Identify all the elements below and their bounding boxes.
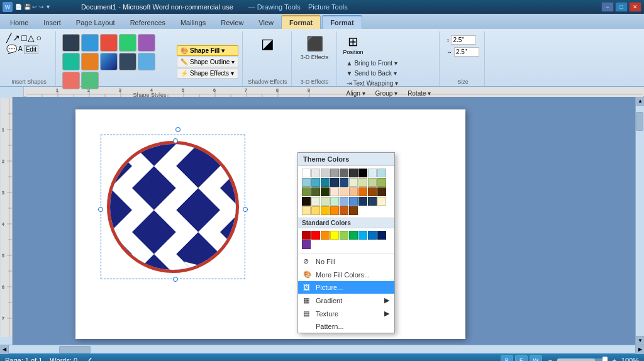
theme-color-cell-3[interactable] bbox=[330, 169, 339, 177]
handle-top[interactable] bbox=[173, 138, 178, 143]
theme-color-cell-28[interactable] bbox=[311, 197, 320, 206]
std-color-cell-1[interactable] bbox=[311, 231, 320, 240]
style-swatch-10[interactable] bbox=[138, 53, 155, 70]
theme-color-cell-1[interactable] bbox=[311, 169, 320, 177]
std-color-cell-0[interactable] bbox=[302, 231, 311, 240]
maximize-button[interactable]: □ bbox=[615, 2, 628, 12]
zoom-out-btn[interactable]: − bbox=[546, 356, 555, 361]
shape-rect[interactable]: □ bbox=[21, 33, 26, 43]
theme-color-cell-6[interactable] bbox=[358, 169, 367, 177]
std-color-cell-5[interactable] bbox=[349, 231, 358, 240]
theme-color-cell-40[interactable] bbox=[340, 206, 348, 215]
theme-color-cell-41[interactable] bbox=[349, 206, 358, 215]
menu-texture[interactable]: ▤ Texture ▶ bbox=[298, 307, 394, 320]
shape-callout[interactable]: 💬 bbox=[6, 44, 17, 54]
theme-color-cell-26[interactable] bbox=[377, 187, 386, 196]
tab-home[interactable]: Home bbox=[3, 16, 36, 29]
theme-color-cell-39[interactable] bbox=[330, 206, 339, 215]
style-swatch-3[interactable] bbox=[100, 34, 118, 52]
style-swatch-4[interactable] bbox=[119, 34, 136, 52]
std-color-cell-8[interactable] bbox=[377, 231, 386, 240]
shape-outline-button[interactable]: ✏️ Shape Outline ▾ bbox=[177, 57, 238, 67]
style-swatch-11[interactable] bbox=[62, 72, 80, 89]
bring-to-front-btn[interactable]: ▲ Bring to Front ▾ bbox=[342, 58, 402, 68]
theme-color-cell-23[interactable] bbox=[349, 187, 358, 196]
print-layout-btn[interactable]: P bbox=[501, 355, 513, 361]
theme-color-cell-4[interactable] bbox=[340, 169, 348, 177]
theme-color-cell-27[interactable] bbox=[302, 197, 311, 206]
std-color-cell-3[interactable] bbox=[330, 231, 339, 240]
scroll-down-btn[interactable]: ▼ bbox=[636, 336, 644, 345]
menu-no-fill[interactable]: ⊘ No Fill bbox=[298, 255, 394, 268]
width-input[interactable] bbox=[454, 47, 479, 57]
handle-rotate[interactable] bbox=[175, 127, 180, 132]
theme-color-cell-29[interactable] bbox=[321, 197, 330, 206]
theme-color-cell-12[interactable] bbox=[330, 178, 339, 187]
std-color-cell-9[interactable] bbox=[302, 240, 311, 249]
style-swatch-1[interactable] bbox=[62, 34, 80, 52]
style-swatch-2[interactable] bbox=[81, 34, 99, 52]
handle-right[interactable] bbox=[243, 207, 248, 212]
theme-color-cell-31[interactable] bbox=[340, 197, 348, 206]
height-input[interactable] bbox=[451, 35, 476, 45]
theme-color-cell-14[interactable] bbox=[349, 178, 358, 187]
handle-left[interactable] bbox=[98, 207, 103, 212]
tab-mailings[interactable]: Mailings bbox=[173, 16, 213, 29]
std-color-cell-7[interactable] bbox=[368, 231, 377, 240]
shape-effects-button[interactable]: ⚡ Shape Effects ▾ bbox=[177, 68, 238, 79]
std-color-cell-4[interactable] bbox=[340, 231, 348, 240]
tab-format-drawing[interactable]: Format bbox=[281, 15, 321, 29]
shape-fill-button[interactable]: 🎨 Shape Fill ▾ bbox=[177, 45, 238, 56]
theme-color-cell-22[interactable] bbox=[340, 187, 348, 196]
workspace[interactable]: Theme Colors Standard Colors ⊘ No Fill 🎨… bbox=[13, 97, 635, 345]
theme-color-cell-16[interactable] bbox=[368, 178, 377, 187]
theme-color-cell-30[interactable] bbox=[330, 197, 339, 206]
h-scroll-thumb[interactable] bbox=[59, 346, 91, 353]
tab-insert[interactable]: Insert bbox=[36, 16, 69, 29]
tab-format-picture[interactable]: Format bbox=[322, 15, 362, 29]
tab-page-layout[interactable]: Page Layout bbox=[69, 16, 123, 29]
shape-line[interactable]: ╱ bbox=[6, 33, 11, 43]
shape-textbox[interactable]: A bbox=[18, 45, 23, 54]
tab-references[interactable]: References bbox=[123, 16, 173, 29]
shape-arrow[interactable]: ↗ bbox=[13, 33, 20, 43]
theme-color-cell-35[interactable] bbox=[377, 197, 386, 206]
theme-color-cell-38[interactable] bbox=[321, 206, 330, 215]
style-swatch-5[interactable] bbox=[138, 34, 155, 52]
handle-bottom[interactable] bbox=[173, 277, 178, 282]
theme-color-cell-9[interactable] bbox=[302, 178, 311, 187]
shadow-effects-btn[interactable]: ◪ bbox=[256, 33, 279, 55]
style-swatch-7[interactable] bbox=[81, 53, 99, 70]
theme-color-cell-8[interactable] bbox=[377, 169, 386, 177]
theme-color-cell-36[interactable] bbox=[302, 206, 311, 215]
scrollbar-vertical[interactable]: ▲ ▼ bbox=[635, 97, 644, 345]
theme-color-cell-19[interactable] bbox=[311, 187, 320, 196]
theme-color-cell-15[interactable] bbox=[358, 178, 367, 187]
menu-more-fill-colors[interactable]: 🎨 More Fill Colors... bbox=[298, 268, 394, 281]
zoom-slider[interactable] bbox=[557, 358, 608, 361]
menu-picture[interactable]: 🖼 Picture... bbox=[298, 281, 394, 294]
full-screen-btn[interactable]: F bbox=[515, 355, 528, 361]
std-color-cell-6[interactable] bbox=[358, 231, 367, 240]
style-swatch-6[interactable] bbox=[62, 53, 80, 70]
3d-effects-btn[interactable]: ⬛ 3-D Effects bbox=[299, 33, 330, 62]
theme-color-cell-32[interactable] bbox=[349, 197, 358, 206]
close-button[interactable]: ✕ bbox=[629, 2, 641, 12]
send-to-back-btn[interactable]: ▼ Send to Back ▾ bbox=[342, 69, 401, 78]
theme-color-cell-37[interactable] bbox=[311, 206, 320, 215]
scroll-thumb[interactable] bbox=[636, 112, 643, 131]
style-swatch-8[interactable] bbox=[100, 53, 118, 70]
theme-color-cell-10[interactable] bbox=[311, 178, 320, 187]
std-color-cell-2[interactable] bbox=[321, 231, 330, 240]
minimize-button[interactable]: − bbox=[601, 2, 614, 12]
position-btn[interactable]: ⊞ Position bbox=[342, 33, 365, 57]
zoom-in-btn[interactable]: + bbox=[610, 356, 619, 361]
theme-color-cell-2[interactable] bbox=[321, 169, 330, 177]
menu-gradient[interactable]: ▦ Gradient ▶ bbox=[298, 294, 394, 307]
text-wrapping-btn[interactable]: ⇥ Text Wrapping ▾ bbox=[342, 79, 403, 88]
shape-circle[interactable]: ○ bbox=[36, 33, 41, 43]
scrollbar-horizontal[interactable]: ◀ ▶ bbox=[0, 345, 644, 353]
scroll-right-btn[interactable]: ▶ bbox=[635, 345, 644, 354]
theme-color-cell-33[interactable] bbox=[358, 197, 367, 206]
theme-color-cell-0[interactable] bbox=[302, 169, 311, 177]
